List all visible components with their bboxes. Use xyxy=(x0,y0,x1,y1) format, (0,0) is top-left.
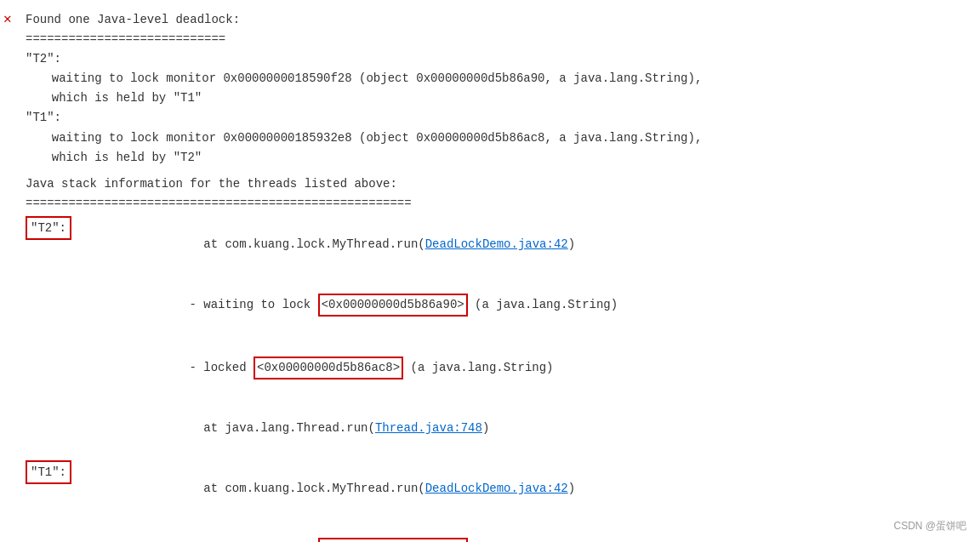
line-t2-waiting: waiting to lock monitor 0x0000000018590f… xyxy=(26,69,966,88)
t2-waiting-line: - waiting to lock <0x00000000d5b86a90> (… xyxy=(75,274,618,336)
line-t2-held: which is held by "T1" xyxy=(26,88,966,108)
t2-section: "T2": at com.kuang.lock.MyThread.run(Dea… xyxy=(26,215,966,458)
content-area: Found one Java-level deadlock: =========… xyxy=(26,10,966,542)
line-found-deadlock: Found one Java-level deadlock: xyxy=(26,10,966,30)
line-equals-2: ========================================… xyxy=(26,194,966,214)
t1-label-box: "T1": xyxy=(26,460,71,484)
line-t1-header: "T1": xyxy=(26,108,966,128)
t1-waiting-address: <0x00000000d5b86ac8> xyxy=(318,538,468,542)
csdn-watermark: CSDN @蛋饼吧 xyxy=(893,519,966,533)
t1-deadlock-link[interactable]: DeadLockDemo.java:42 xyxy=(425,482,568,495)
t2-locked-address: <0x00000000d5b86ac8> xyxy=(254,357,403,379)
t2-thread-link[interactable]: Thread.java:748 xyxy=(375,421,482,435)
line-java-stack-info: Java stack information for the threads l… xyxy=(26,174,966,194)
t2-thread-run-line: at java.lang.Thread.run(Thread.java:748) xyxy=(75,399,618,458)
t2-waiting-address: <0x00000000d5b86a90> xyxy=(318,294,468,317)
t2-label-box: "T2": xyxy=(26,216,71,240)
t1-stack-line1: at com.kuang.lock.MyThread.run(DeadLockD… xyxy=(75,459,618,518)
line-t2-header: "T2": xyxy=(26,49,966,69)
t2-deadlock-link[interactable]: DeadLockDemo.java:42 xyxy=(425,237,568,251)
t1-section: "T1": at com.kuang.lock.MyThread.run(Dea… xyxy=(26,459,966,542)
t2-lines: at com.kuang.lock.MyThread.run(DeadLockD… xyxy=(75,215,618,458)
line-t1-held: which is held by "T2" xyxy=(26,148,966,168)
t2-stack-line1: at com.kuang.lock.MyThread.run(DeadLockD… xyxy=(75,215,618,274)
t2-locked-line: - locked <0x00000000d5b86ac8> (a java.la… xyxy=(75,337,618,399)
main-container: ✕ Found one Java-level deadlock: =======… xyxy=(0,0,980,542)
red-x-icon: ✕ xyxy=(3,10,12,27)
line-t1-waiting: waiting to lock monitor 0x00000000185932… xyxy=(26,128,966,148)
t1-waiting-line: - waiting to lock <0x00000000d5b86ac8> (… xyxy=(75,518,618,542)
line-equals-1: ============================ xyxy=(26,30,966,49)
t1-lines: at com.kuang.lock.MyThread.run(DeadLockD… xyxy=(75,459,618,542)
